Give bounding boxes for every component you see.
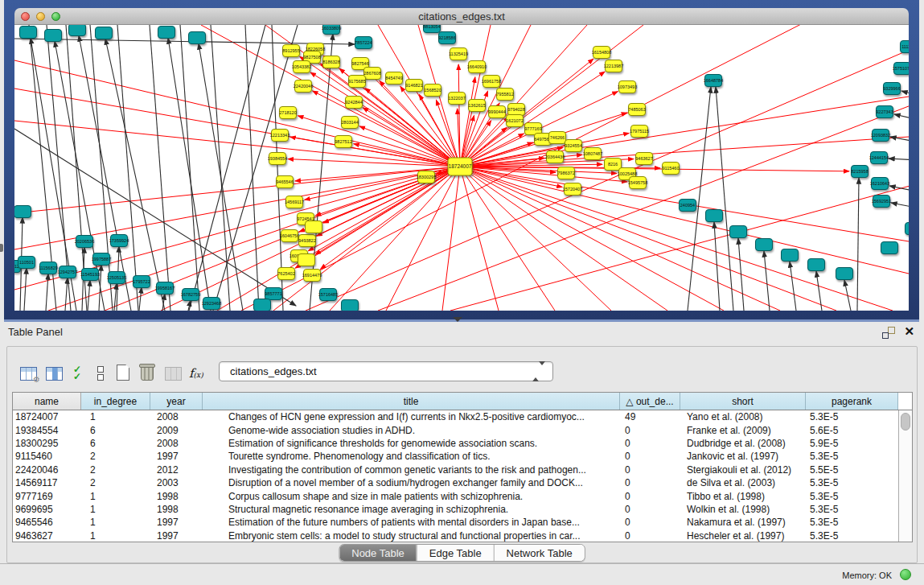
column-header-pagerank[interactable]: pagerank bbox=[806, 393, 898, 410]
column-header-title[interactable]: title bbox=[203, 393, 620, 410]
new-document-icon[interactable] bbox=[117, 360, 129, 381]
graph-node[interactable] bbox=[69, 25, 86, 36]
cell[interactable]: Tourette syndrome. Phenomenology and cla… bbox=[203, 451, 620, 462]
cell[interactable]: 5.3E-5 bbox=[806, 451, 898, 462]
cell[interactable]: 18300295 bbox=[13, 438, 81, 449]
table-row[interactable]: 911546021997Tourette syndrome. Phenomeno… bbox=[13, 450, 898, 463]
table-row[interactable]: 977716911998Corpus callosum shape and si… bbox=[13, 489, 898, 502]
graph-node[interactable] bbox=[20, 27, 37, 39]
cell[interactable]: 5.3E-5 bbox=[806, 491, 898, 502]
graph-node[interactable] bbox=[706, 210, 723, 222]
cell[interactable]: Changes of HCN gene expression and I(f) … bbox=[203, 411, 620, 422]
table-mode-icon[interactable]: ⚙ bbox=[20, 360, 37, 381]
table-row[interactable]: 946554611997Estimation of the future num… bbox=[13, 516, 898, 529]
tab-edge-table[interactable]: Edge Table bbox=[417, 545, 494, 561]
cell[interactable]: 18724007 bbox=[13, 411, 81, 422]
graph-node[interactable] bbox=[14, 206, 31, 218]
graph-node[interactable] bbox=[298, 254, 315, 266]
graph-node[interactable] bbox=[730, 226, 747, 238]
cell[interactable]: Disruption of a novel member of a sodium… bbox=[203, 477, 620, 488]
network-table-selector[interactable]: citations_edges.txt bbox=[219, 361, 553, 381]
cell[interactable]: 0 bbox=[620, 504, 680, 515]
column-header-name[interactable]: name bbox=[13, 393, 81, 410]
cell[interactable]: 0 bbox=[620, 530, 680, 542]
column-header-in_degree[interactable]: in_degree bbox=[81, 393, 150, 410]
cell[interactable]: 1 bbox=[81, 411, 150, 422]
cell[interactable]: 1998 bbox=[150, 504, 203, 515]
graph-node[interactable] bbox=[756, 239, 773, 251]
collapsed-panel-handle[interactable] bbox=[0, 244, 3, 252]
trash-icon[interactable] bbox=[141, 360, 154, 381]
cell[interactable]: 5.3E-5 bbox=[806, 517, 898, 528]
cell[interactable]: 6 bbox=[81, 438, 150, 449]
cell[interactable]: 5.5E-5 bbox=[806, 464, 898, 476]
table-row[interactable]: 1938455462009Genome-wide association stu… bbox=[13, 423, 898, 436]
tab-node-table[interactable]: Node Table bbox=[339, 545, 417, 561]
cell[interactable]: 9699695 bbox=[13, 504, 81, 515]
cell[interactable]: 0 bbox=[620, 425, 680, 436]
cell[interactable]: 0 bbox=[620, 477, 680, 488]
graph-node[interactable] bbox=[881, 242, 898, 254]
column-header-short[interactable]: short bbox=[680, 393, 806, 410]
table-row[interactable]: 1830029562008Estimation of significance … bbox=[13, 437, 898, 450]
select-rows-icon[interactable]: ✓✓ bbox=[73, 360, 81, 381]
cell[interactable]: 9465546 bbox=[13, 517, 81, 528]
cell[interactable]: 2009 bbox=[150, 425, 203, 436]
cell[interactable]: 9115460 bbox=[13, 451, 81, 462]
cell[interactable]: 2 bbox=[81, 464, 150, 476]
cell[interactable]: 6 bbox=[81, 425, 150, 436]
graph-node[interactable] bbox=[96, 27, 113, 39]
row-height-icon[interactable] bbox=[97, 360, 104, 381]
cell[interactable]: Corpus callosum shape and size in male p… bbox=[203, 491, 620, 502]
cell[interactable]: 9777169 bbox=[13, 491, 81, 502]
network-window-titlebar[interactable]: citations_edges.txt bbox=[14, 8, 909, 25]
cell[interactable]: 5.3E-5 bbox=[806, 504, 898, 515]
cell[interactable]: Wolkin et al. (1998) bbox=[680, 504, 806, 515]
table-row[interactable]: 2242004622012Investigating the contribut… bbox=[13, 463, 898, 476]
table-row[interactable]: 946362711997Embryonic stem cells: a mode… bbox=[13, 529, 898, 542]
cell[interactable]: 9463627 bbox=[13, 530, 81, 542]
tab-network-table[interactable]: Network Table bbox=[494, 545, 585, 561]
cell[interactable]: 2 bbox=[81, 477, 150, 488]
graph-node[interactable] bbox=[808, 259, 825, 271]
vertical-scrollbar[interactable] bbox=[898, 410, 912, 542]
graph-node[interactable] bbox=[836, 268, 853, 280]
cell[interactable]: Structural magnetic resonance image aver… bbox=[203, 504, 620, 515]
cell[interactable]: 2008 bbox=[150, 411, 203, 422]
citation-network-graph[interactable]: 1872400718300295891295518226058982750810… bbox=[14, 25, 909, 311]
cell[interactable]: 1 bbox=[81, 504, 150, 515]
graph-node[interactable] bbox=[906, 223, 910, 235]
cell[interactable]: 1 bbox=[81, 517, 150, 528]
cell[interactable]: Tibbo et al. (1998) bbox=[680, 491, 806, 502]
graph-node[interactable] bbox=[158, 27, 175, 39]
column-visibility-icon[interactable] bbox=[46, 360, 63, 381]
cell[interactable]: 1 bbox=[81, 491, 150, 502]
cell[interactable]: Yano et al. (2008) bbox=[680, 411, 806, 422]
cell[interactable]: de Silva et al. (2003) bbox=[680, 477, 806, 488]
cell[interactable]: Hescheler et al. (1997) bbox=[680, 530, 806, 542]
cell[interactable]: Dudbridge et al. (2008) bbox=[680, 438, 806, 449]
cell[interactable]: Nakamura et al. (1997) bbox=[680, 517, 806, 528]
cell[interactable]: 22420046 bbox=[13, 464, 81, 476]
table-row[interactable]: 969969511998Structural magnetic resonanc… bbox=[13, 503, 898, 516]
cell[interactable]: 5.9E-5 bbox=[806, 438, 898, 449]
function-builder-icon[interactable]: f(x) bbox=[189, 360, 203, 381]
graph-node[interactable] bbox=[782, 249, 799, 262]
cell[interactable]: 14569117 bbox=[13, 477, 81, 488]
cell[interactable]: 5.3E-5 bbox=[806, 477, 898, 488]
table-row[interactable]: 1456911722003Disruption of a novel membe… bbox=[13, 476, 898, 489]
cell[interactable]: Investigating the contribution of common… bbox=[203, 464, 620, 476]
cell[interactable]: 0 bbox=[620, 517, 680, 528]
float-window-icon[interactable] bbox=[882, 327, 895, 339]
cell[interactable]: Genome-wide association studies in ADHD. bbox=[203, 425, 620, 436]
graph-node[interactable] bbox=[306, 221, 322, 233]
cell[interactable]: Franke et al. (2009) bbox=[680, 425, 806, 436]
close-panel-icon[interactable]: ✕ bbox=[904, 324, 914, 339]
column-header-year[interactable]: year bbox=[150, 393, 203, 410]
cell[interactable]: 1998 bbox=[150, 491, 203, 502]
cell[interactable]: Jankovic et al. (1997) bbox=[680, 451, 806, 462]
table-row[interactable]: 1872400712008Changes of HCN gene express… bbox=[13, 410, 898, 423]
cell[interactable]: Embryonic stem cells: a model to study s… bbox=[203, 530, 620, 542]
graph-node[interactable] bbox=[254, 299, 271, 311]
cell[interactable]: 0 bbox=[620, 464, 680, 476]
